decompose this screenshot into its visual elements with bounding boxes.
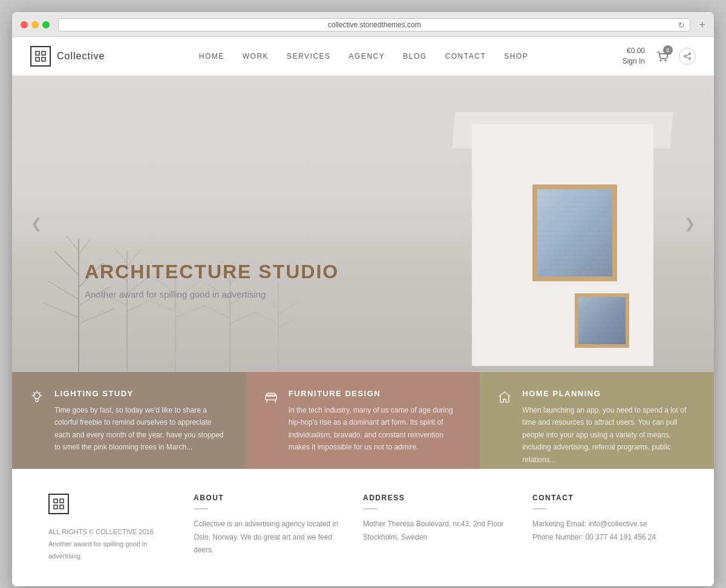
service-card-2[interactable]: FURNITURE DESIGN In the tech industry, m…	[246, 372, 480, 469]
service-1-content: LIGHTING STUDY Time goes by fast, so tod…	[54, 389, 228, 454]
services-row: LIGHTING STUDY Time goes by fast, so tod…	[12, 372, 714, 469]
footer-contact: CONTACT Marketing Email: info@collective…	[532, 494, 678, 562]
svg-line-19	[79, 239, 91, 254]
footer-contact-line2: Phone Number: 00 377 44 191 456 24	[532, 531, 678, 544]
footer-address-title: ADDRESS	[363, 494, 508, 502]
svg-rect-57	[60, 499, 64, 503]
svg-line-43	[278, 302, 296, 315]
svg-rect-0	[36, 51, 39, 55]
footer-address-divider	[363, 508, 378, 509]
svg-line-10	[685, 56, 688, 58]
minimize-button[interactable]	[31, 21, 39, 28]
svg-point-5	[665, 59, 667, 61]
nav-shop[interactable]: SHOP	[504, 52, 528, 60]
cart-signin[interactable]: Sign In	[623, 56, 645, 67]
nav-contact[interactable]: CONTACT	[445, 52, 486, 60]
svg-point-7	[689, 57, 691, 59]
slider-prev-button[interactable]: ❮	[24, 212, 48, 236]
nav-blog[interactable]: BLOG	[403, 52, 427, 60]
hero-subtitle: Another award for spilling good in adver…	[85, 289, 339, 299]
window-small	[575, 293, 629, 348]
nav-services[interactable]: SERVICES	[287, 52, 330, 60]
svg-line-45	[278, 316, 302, 327]
svg-line-17	[79, 309, 115, 324]
footer-about-divider	[194, 508, 208, 509]
cart-price: €0.00	[623, 46, 645, 56]
svg-line-44	[254, 313, 278, 324]
arrow-right-icon: ❯	[684, 216, 695, 232]
cart-badge: 0	[663, 45, 673, 55]
cart-icon-wrap[interactable]: 0	[655, 49, 669, 64]
service-3-content: HOME PLANNING When launching an app, you…	[522, 389, 696, 466]
logo-icon	[30, 46, 51, 67]
footer-logo-icon	[48, 494, 69, 514]
svg-rect-1	[42, 51, 45, 55]
footer-about-text: Collective is an advertising agency loca…	[194, 518, 339, 557]
svg-line-14	[48, 281, 79, 299]
nav-agency[interactable]: AGENCY	[349, 52, 385, 60]
svg-line-9	[685, 54, 688, 56]
share-icon	[684, 53, 691, 60]
service-1-title: LIGHTING STUDY	[54, 389, 228, 398]
close-button[interactable]	[21, 21, 28, 28]
svg-line-50	[34, 393, 35, 394]
logo-svg	[35, 51, 46, 62]
footer-contact-divider	[532, 508, 547, 509]
service-card-3[interactable]: HOME PLANNING When launching an app, you…	[480, 372, 714, 469]
svg-line-51	[39, 393, 41, 394]
svg-point-4	[660, 59, 662, 61]
cart-info: €0.00 Sign In	[623, 46, 645, 67]
footer-contact-line1: Marketing Email: info@collective.se	[532, 518, 678, 531]
footer-contact-text: Marketing Email: info@collective.se Phon…	[532, 518, 678, 544]
site-footer: ALL RIGHTS © COLLECTIVE 2016 Another awa…	[12, 469, 714, 586]
service-1-desc: Time goes by fast, so today we'd like to…	[54, 404, 228, 454]
svg-line-37	[203, 305, 230, 318]
service-2-title: FURNITURE DESIGN	[289, 389, 462, 398]
footer-about-title: ABOUT	[194, 494, 339, 502]
service-card-1[interactable]: LIGHTING STUDY Time goes by fast, so tod…	[12, 372, 246, 469]
svg-line-18	[67, 236, 79, 251]
browser-chrome: collective.stonedthemes.com +	[12, 12, 714, 37]
website: Collective HOME WORK SERVICES AGENCY BLO…	[12, 37, 714, 586]
hero-content: ARCHITECTURE STUDIO Another award for sp…	[85, 261, 339, 299]
svg-rect-2	[36, 57, 39, 61]
copyright-line-1: ALL RIGHTS © COLLECTIVE 2016	[48, 526, 169, 538]
svg-rect-3	[42, 57, 45, 61]
lighting-icon	[30, 390, 44, 407]
svg-rect-58	[54, 505, 57, 509]
slider-next-button[interactable]: ❯	[678, 212, 702, 236]
svg-line-31	[175, 305, 206, 318]
url-bar[interactable]: collective.stonedthemes.com	[58, 18, 690, 31]
maximize-button[interactable]	[42, 21, 50, 28]
site-header: Collective HOME WORK SERVICES AGENCY BLO…	[12, 37, 714, 76]
building-element	[424, 124, 653, 336]
svg-rect-59	[60, 505, 64, 509]
footer-about: ABOUT Collective is an advertising agenc…	[194, 494, 339, 562]
nav-work[interactable]: WORK	[243, 52, 269, 60]
svg-line-16	[42, 302, 79, 318]
new-tab-button[interactable]: +	[699, 19, 705, 31]
furniture-icon	[264, 390, 278, 407]
header-right: €0.00 Sign In 0	[623, 46, 696, 67]
footer-address-text: Mother Theresa Boulevard, nr.43, 2nd Flo…	[363, 518, 508, 544]
svg-rect-56	[54, 499, 57, 503]
footer-brand: ALL RIGHTS © COLLECTIVE 2016 Another awa…	[48, 494, 169, 562]
copyright-line-2: Another award for spilling good in adver…	[48, 538, 169, 563]
service-2-desc: In the tech industry, many of us came of…	[289, 404, 462, 454]
arrow-left-icon: ❮	[31, 216, 42, 232]
home-icon	[498, 390, 511, 407]
nav-home[interactable]: HOME	[199, 52, 224, 60]
svg-line-30	[145, 299, 175, 312]
hero-title: ARCHITECTURE STUDIO	[85, 261, 339, 283]
service-3-desc: When launching an app, you need to spend…	[522, 404, 696, 466]
footer-contact-title: CONTACT	[532, 494, 678, 502]
svg-point-8	[684, 55, 686, 57]
footer-copyright: ALL RIGHTS © COLLECTIVE 2016 Another awa…	[48, 526, 169, 562]
logo[interactable]: Collective	[30, 46, 105, 67]
main-nav: HOME WORK SERVICES AGENCY BLOG CONTACT S…	[105, 52, 622, 60]
footer-address: ADDRESS Mother Theresa Boulevard, nr.43,…	[363, 494, 508, 562]
hero-slider: ARCHITECTURE STUDIO Another award for sp…	[12, 76, 714, 372]
traffic-lights	[21, 21, 50, 28]
logo-text: Collective	[57, 51, 105, 62]
share-button[interactable]	[679, 48, 696, 65]
